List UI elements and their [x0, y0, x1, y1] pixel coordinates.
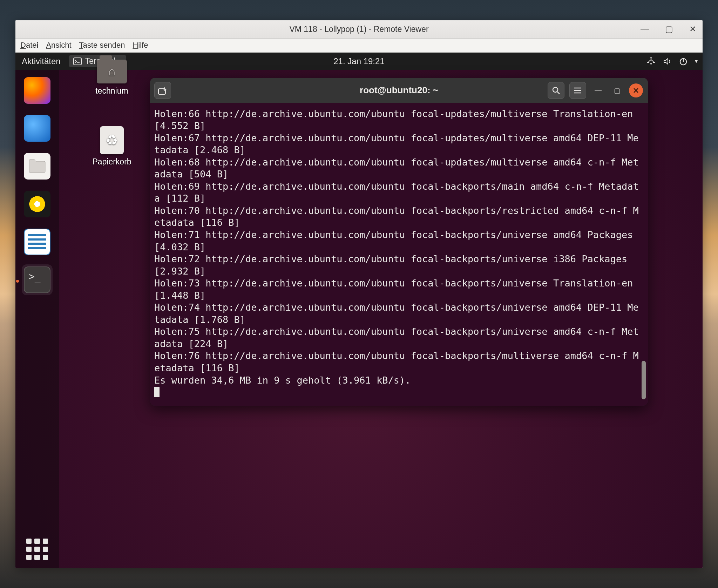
svg-point-1: [650, 57, 652, 59]
activities-button[interactable]: Aktivitäten: [22, 56, 61, 66]
svg-point-3: [653, 62, 655, 63]
desktop-trash[interactable]: ♻ Papierkorb: [86, 126, 138, 167]
desktop-home-label: technium: [86, 86, 138, 96]
svg-line-9: [557, 92, 560, 94]
viewer-title: VM 118 - Lollypop (1) - Remote Viewer: [289, 25, 428, 34]
hamburger-icon: [574, 87, 582, 94]
svg-point-2: [647, 62, 649, 63]
menu-ansicht[interactable]: Ansicht: [46, 41, 71, 50]
network-icon[interactable]: [646, 57, 656, 66]
search-button[interactable]: [548, 82, 564, 99]
dock-files-icon[interactable]: [24, 153, 50, 180]
recycle-icon: ♻: [100, 126, 124, 154]
dock-thunderbird-icon[interactable]: [24, 115, 50, 142]
terminal-minimize-button[interactable]: —: [591, 83, 605, 97]
volume-icon[interactable]: [663, 57, 672, 66]
show-applications-button[interactable]: [26, 539, 48, 560]
terminal-output: Holen:66 http://de.archive.ubuntu.com/ub…: [154, 108, 639, 386]
guest-desktop: Aktivitäten Terminal ▾ 21. Jan 19:21 ▾: [15, 53, 703, 568]
home-icon: ⌂: [97, 60, 127, 83]
terminal-close-button[interactable]: [629, 83, 643, 97]
viewer-menubar: Datei Ansicht Taste senden Hilfe: [15, 39, 703, 53]
terminal-title: root@ubuntu20: ~: [360, 85, 438, 96]
close-icon: [633, 87, 639, 94]
apps-grid-icon: [26, 539, 48, 560]
hamburger-menu-button[interactable]: [569, 82, 586, 99]
power-icon[interactable]: [679, 57, 688, 66]
minimize-icon[interactable]: —: [638, 23, 652, 35]
clock[interactable]: 21. Jan 19:21: [333, 56, 384, 66]
new-tab-button[interactable]: [154, 82, 171, 99]
desktop-home-folder[interactable]: ⌂ technium: [86, 60, 138, 96]
remote-viewer-window: VM 118 - Lollypop (1) - Remote Viewer — …: [15, 20, 703, 568]
new-tab-icon: [158, 86, 168, 95]
menu-hilfe[interactable]: Hilfe: [133, 41, 148, 50]
terminal-cursor: [154, 387, 160, 397]
close-icon[interactable]: ✕: [686, 23, 699, 35]
terminal-window: root@ubuntu20: ~ — ▢ Holen:66 http:: [150, 78, 648, 406]
viewer-titlebar[interactable]: VM 118 - Lollypop (1) - Remote Viewer — …: [15, 20, 703, 39]
svg-point-4: [650, 63, 652, 65]
svg-rect-0: [74, 58, 81, 65]
dock-libreoffice-writer-icon[interactable]: [24, 229, 50, 255]
dock: >_: [15, 70, 59, 568]
terminal-body[interactable]: Holen:66 http://de.archive.ubuntu.com/ub…: [150, 103, 648, 406]
terminal-headerbar[interactable]: root@ubuntu20: ~ — ▢: [150, 78, 648, 103]
search-icon: [551, 86, 561, 95]
terminal-icon: [73, 58, 82, 65]
svg-point-8: [553, 87, 558, 92]
maximize-icon[interactable]: ▢: [662, 23, 676, 35]
system-menu-chevron-icon[interactable]: ▾: [695, 58, 698, 65]
menu-datei[interactable]: Datei: [20, 41, 38, 50]
desktop-trash-label: Papierkorb: [86, 157, 138, 167]
running-indicator-icon: [16, 280, 19, 283]
menu-taste-senden[interactable]: Taste senden: [79, 41, 125, 50]
terminal-maximize-button[interactable]: ▢: [610, 83, 624, 97]
dock-firefox-icon[interactable]: [24, 77, 50, 104]
terminal-scrollbar[interactable]: [642, 361, 646, 399]
dock-terminal-icon[interactable]: >_: [24, 266, 50, 293]
dock-rhythmbox-icon[interactable]: [24, 191, 50, 217]
